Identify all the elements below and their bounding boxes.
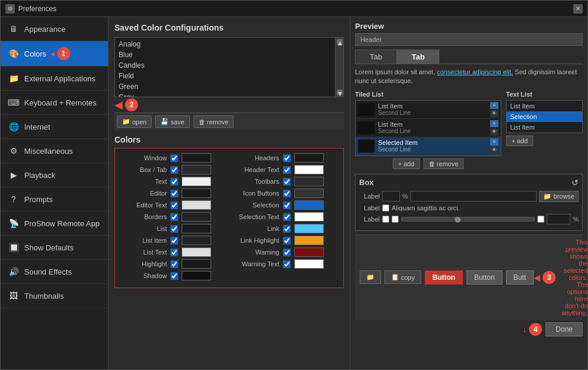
copy-button[interactable]: 📋 copy	[385, 270, 421, 284]
window-checkbox[interactable]	[170, 154, 178, 162]
scrollbar[interactable]: ▲ ▼	[335, 38, 343, 97]
window-swatch[interactable]	[182, 153, 211, 163]
link-highlight-checkbox[interactable]	[283, 237, 291, 245]
browse-button[interactable]: 📁 browse	[539, 191, 579, 202]
tiled-item-1[interactable]: List Item Second Line ≡ 👁	[356, 119, 501, 137]
preview-tab-2[interactable]: Tab	[397, 49, 439, 64]
sidebar-item-keyboard-remotes[interactable]: ⌨ Keyboard + Remotes	[1, 91, 108, 115]
sidebar-item-prompts[interactable]: ? Prompts	[1, 187, 108, 212]
tiled-icon-eye-1[interactable]: 👁	[490, 128, 498, 136]
preview-lorem-link[interactable]: consectetur adipiscing elit.	[437, 68, 513, 75]
list-swatch[interactable]	[182, 224, 211, 233]
box-input-0b[interactable]	[410, 191, 537, 201]
sidebar-item-sound-effects[interactable]: 🔊 Sound Effects	[1, 260, 108, 284]
warning-text-checkbox[interactable]	[283, 260, 291, 268]
folder-bottom-button[interactable]: 📁	[360, 270, 381, 284]
tiled-icon-btn-1[interactable]: ≡	[490, 120, 498, 127]
box-checkbox-2c[interactable]	[537, 216, 544, 223]
open-button[interactable]: 📁 open	[117, 115, 152, 128]
list-item-checkbox[interactable]	[170, 237, 178, 245]
list-text-checkbox[interactable]	[170, 249, 178, 256]
scroll-down[interactable]: ▼	[337, 90, 343, 95]
tiled-add-button[interactable]: + add	[393, 158, 420, 169]
slider-thumb[interactable]	[455, 217, 461, 223]
button-3[interactable]: Butt	[506, 270, 534, 285]
selection-swatch[interactable]	[294, 200, 324, 210]
box-tab-swatch[interactable]	[182, 165, 211, 174]
link-highlight-swatch[interactable]	[294, 236, 324, 245]
warning-swatch[interactable]	[294, 247, 324, 257]
list-checkbox[interactable]	[170, 225, 178, 233]
header-text-swatch[interactable]	[294, 165, 324, 174]
editor-swatch[interactable]	[182, 189, 211, 198]
editor-checkbox[interactable]	[170, 190, 178, 197]
text-add-button[interactable]: + add	[506, 136, 533, 146]
editor-text-swatch[interactable]	[182, 200, 211, 210]
button-2[interactable]: Button	[467, 270, 502, 285]
config-item-blue[interactable]: Blue	[116, 49, 334, 60]
editor-text-checkbox[interactable]	[170, 201, 178, 209]
tiled-icon-btn-0[interactable]: ≡	[490, 102, 498, 109]
text-swatch[interactable]	[182, 177, 211, 186]
header-text-checkbox[interactable]	[283, 166, 291, 174]
warning-checkbox[interactable]	[283, 249, 291, 256]
sidebar-item-appearance[interactable]: 🖥 Appearance	[1, 17, 108, 41]
toolbars-checkbox[interactable]	[283, 178, 291, 186]
borders-checkbox[interactable]	[170, 213, 178, 221]
tiled-remove-button[interactable]: 🗑 remove	[423, 158, 464, 169]
warning-text-swatch[interactable]	[294, 259, 324, 269]
scroll-up[interactable]: ▲	[337, 39, 343, 45]
list-text-swatch[interactable]	[182, 247, 211, 257]
box-checkbox-1[interactable]	[382, 204, 389, 212]
close-button[interactable]: ✕	[573, 4, 583, 14]
sidebar-item-colors[interactable]: 🎨 Colors ◀ 1	[1, 41, 108, 67]
sidebar-item-external-applications[interactable]: 📁 External Applications	[1, 67, 108, 91]
sidebar-item-thumbnails[interactable]: 🖼 Thumbnails	[1, 284, 108, 308]
done-button[interactable]: Done	[546, 322, 583, 336]
selection-text-checkbox[interactable]	[283, 213, 291, 221]
config-item-field[interactable]: Field	[116, 71, 334, 81]
box-checkbox-2[interactable]	[382, 216, 389, 223]
link-swatch[interactable]	[294, 224, 324, 233]
selection-checkbox[interactable]	[283, 201, 291, 209]
highlight-swatch[interactable]	[182, 259, 211, 269]
text-list-item-1[interactable]: Selection	[507, 111, 582, 122]
selection-text-swatch[interactable]	[294, 212, 324, 222]
shadow-swatch[interactable]	[182, 271, 211, 280]
slider-track[interactable]	[401, 217, 535, 222]
toolbars-swatch[interactable]	[294, 177, 324, 186]
tiled-item-2[interactable]: Selected Item Second Line ≡ 👁	[356, 137, 501, 156]
sidebar-item-proshow-remote-app[interactable]: 📡 ProShow Remote App	[1, 212, 108, 236]
list-item-swatch[interactable]	[182, 236, 211, 245]
save-button[interactable]: 💾 save	[155, 115, 189, 128]
link-checkbox[interactable]	[283, 225, 291, 233]
headers-checkbox[interactable]	[283, 154, 291, 162]
config-item-green[interactable]: Green	[116, 81, 334, 92]
text-list-item-2[interactable]: List Item	[507, 122, 582, 133]
text-checkbox[interactable]	[170, 178, 178, 186]
tiled-icon-eye-0[interactable]: 👁	[490, 110, 498, 117]
config-item-candles[interactable]: Candles	[116, 60, 334, 71]
sidebar-item-show-defaults[interactable]: 🔲 Show Defaults	[1, 236, 108, 260]
box-checkbox-2b[interactable]	[392, 216, 399, 223]
icon-buttons-checkbox[interactable]	[283, 190, 291, 197]
preview-tab-1[interactable]: Tab	[355, 49, 397, 64]
refresh-icon[interactable]: ↺	[571, 178, 579, 187]
config-item-analog[interactable]: Analog	[116, 39, 334, 49]
highlight-checkbox[interactable]	[170, 260, 178, 268]
sidebar-item-playback[interactable]: ▶ Playback	[1, 163, 108, 187]
sidebar-item-internet[interactable]: 🌐 Internet	[1, 115, 108, 139]
sidebar-item-miscellaneous[interactable]: ⚙ Miscellaneous	[1, 139, 108, 163]
shadow-checkbox[interactable]	[170, 272, 178, 280]
button-1[interactable]: Button	[425, 270, 463, 285]
headers-swatch[interactable]	[294, 153, 324, 163]
box-input-2-pct[interactable]	[547, 214, 570, 224]
tiled-icon-btn-2[interactable]: ≡	[490, 138, 498, 146]
text-list-item-0[interactable]: List Item	[507, 101, 582, 111]
config-item-grey[interactable]: Grey	[116, 92, 334, 97]
icon-buttons-swatch[interactable]	[294, 189, 324, 198]
remove-config-button[interactable]: 🗑 remove	[193, 115, 234, 128]
box-tab-checkbox[interactable]	[170, 166, 178, 174]
borders-swatch[interactable]	[182, 212, 211, 222]
tiled-item-0[interactable]: List Item Second Line ≡ 👁	[356, 101, 501, 119]
